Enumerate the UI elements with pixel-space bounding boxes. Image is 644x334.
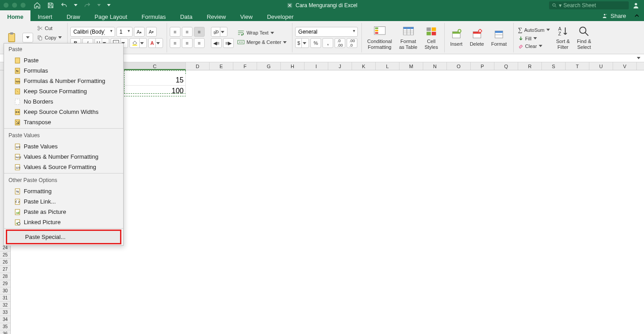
conditional-formatting[interactable]: Conditional Formatting [365,24,395,50]
home-icon[interactable] [34,2,41,9]
paste-option-formulas-number[interactable]: %fx Formulas & Number Formatting [4,76,123,86]
col-header-k[interactable]: K [352,62,376,70]
delete-cells[interactable]: Delete [467,27,487,48]
paste-special[interactable]: Paste Special... [6,230,121,244]
paste-option-keep-widths[interactable]: Keep Source Column Widths [4,107,123,117]
paste-option-transpose[interactable]: Transpose [4,117,123,127]
paste-option-keep-source[interactable]: Keep Source Formatting [4,86,123,96]
redo-icon[interactable] [84,2,91,9]
tab-review[interactable]: Review [200,10,233,21]
decrease-indent[interactable]: ◀≡ [211,38,222,48]
increase-decimal[interactable]: .0.00 [335,38,345,48]
comma-button[interactable]: , [322,38,333,48]
row-header[interactable]: 32 [0,302,10,309]
col-header-m[interactable]: M [399,62,423,70]
col-header-g[interactable]: G [257,62,281,70]
expand-bar-icon[interactable] [637,57,640,59]
format-cells[interactable]: Format [489,27,510,48]
undo-dropdown-icon[interactable] [74,4,77,6]
cell-c1[interactable]: 15 [124,75,186,86]
col-header-i[interactable]: I [305,62,328,70]
col-header-n[interactable]: N [423,62,447,70]
font-color-button[interactable]: A [148,38,163,48]
orientation-button[interactable]: ab [211,27,228,37]
tab-view[interactable]: View [233,10,260,21]
redo-dropdown-icon[interactable] [97,4,101,6]
row-header[interactable]: 31 [0,295,10,302]
currency-button[interactable]: $ [295,38,309,48]
align-top[interactable]: ≡ [170,27,180,37]
cell-c2[interactable]: 100 [124,86,186,96]
save-icon[interactable] [47,2,54,9]
paste-button[interactable] [3,30,21,45]
zoom-window[interactable] [21,3,26,8]
fill-color-button[interactable] [129,38,147,48]
fill-button[interactable]: Fill [516,35,552,42]
merge-center-button[interactable]: Merge & Center [236,38,288,46]
row-header[interactable]: 36 [0,330,10,334]
cut-button[interactable]: Cut [35,24,64,32]
align-center[interactable]: ≡ [182,38,193,48]
col-header-f[interactable]: F [233,62,257,70]
align-middle[interactable]: ≡ [182,27,193,37]
col-header-u[interactable]: U [589,62,613,70]
col-header-t[interactable]: T [566,62,589,70]
row-header[interactable]: 33 [0,309,10,316]
paste-dropdown[interactable] [22,33,33,43]
tab-formulas[interactable]: Formulas [134,10,173,21]
col-header-q[interactable]: Q [494,62,518,70]
autosum-button[interactable]: ∑AutoSum [516,26,552,35]
search-sheet[interactable]: ▾ [549,1,629,9]
align-left[interactable]: ≡ [170,38,180,48]
paste-option-picture[interactable]: Paste as Picture [4,207,123,217]
col-header-c[interactable]: C [124,62,186,70]
tab-home[interactable]: Home [0,10,30,21]
clear-button[interactable]: Clear [516,43,552,50]
paste-option-values-source[interactable]: 123 Values & Source Formatting [4,162,123,172]
font-name[interactable] [70,27,115,37]
decrease-decimal[interactable]: .00.0 [347,38,357,48]
grow-font[interactable]: A▴ [134,27,145,37]
col-header-v[interactable]: V [613,62,637,70]
close-window[interactable] [4,3,9,8]
row-header[interactable]: 34 [0,316,10,323]
collapse-ribbon-icon[interactable] [633,12,640,19]
paste-option-formulas[interactable]: fx Formulas [4,65,123,76]
undo-icon[interactable] [60,2,68,9]
row-header[interactable]: 28 [0,273,10,280]
col-header-h[interactable]: H [281,62,305,70]
tab-data[interactable]: Data [173,10,199,21]
tab-page-layout[interactable]: Page Layout [87,10,134,21]
row-header[interactable]: 26 [0,259,10,266]
align-right[interactable]: ≡ [194,38,205,48]
col-header-r[interactable]: R [518,62,542,70]
paste-option-linked-picture[interactable]: Linked Picture [4,217,123,227]
increase-indent[interactable]: ≡▶ [223,38,234,48]
row-header[interactable]: 35 [0,323,10,330]
paste-option-no-borders[interactable]: No Borders [4,96,123,107]
col-header-p[interactable]: P [471,62,494,70]
window-controls[interactable] [4,3,26,8]
paste-option-formatting[interactable]: % Formatting [4,186,123,196]
tab-draw[interactable]: Draw [60,10,87,21]
minimize-window[interactable] [12,3,17,8]
share-button[interactable]: Share [597,10,631,21]
user-avatar-icon[interactable] [632,2,640,9]
col-header-o[interactable]: O [447,62,471,70]
tab-insert[interactable]: Insert [30,10,60,21]
paste-option-paste[interactable]: Paste [4,55,123,65]
sort-filter[interactable]: AZ Sort & Filter [554,24,573,50]
shrink-font[interactable]: A▾ [146,27,157,37]
row-header[interactable]: 30 [0,287,10,295]
col-header-j[interactable]: J [328,62,352,70]
col-header-s[interactable]: S [542,62,566,70]
row-header[interactable]: 25 [0,252,10,259]
number-format[interactable] [295,27,358,37]
paste-option-link[interactable]: Paste Link... [4,196,123,207]
col-header-l[interactable]: L [376,62,399,70]
font-size[interactable] [116,27,133,37]
format-as-table[interactable]: Format as Table [396,24,420,50]
percent-button[interactable]: % [310,38,321,48]
cell-styles[interactable]: Cell Styles [422,24,441,50]
row-header[interactable]: 29 [0,280,10,287]
